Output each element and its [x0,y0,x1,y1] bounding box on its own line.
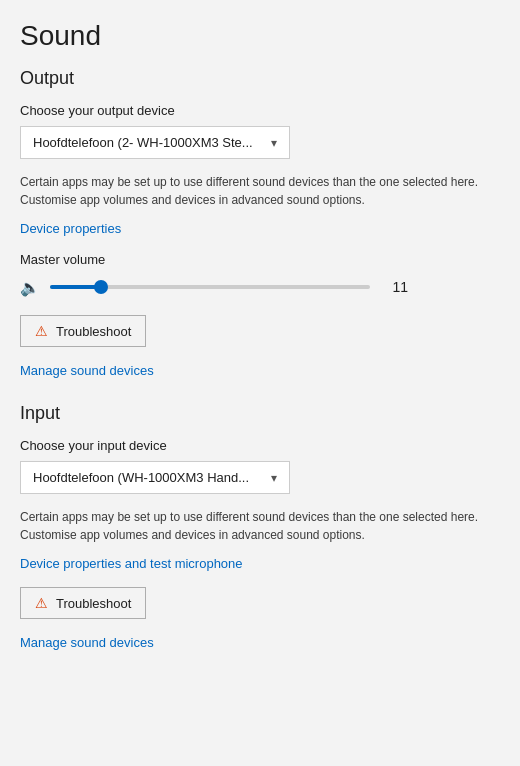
speaker-icon: 🔈 [20,278,40,297]
volume-value: 11 [380,279,408,295]
input-device-label: Choose your input device [20,438,500,453]
output-manage-devices-link[interactable]: Manage sound devices [20,363,154,378]
output-description: Certain apps may be set up to use differ… [20,173,490,209]
warning-icon: ⚠ [35,323,48,339]
output-device-dropdown[interactable]: Hoofdtelefoon (2- WH-1000XM3 Ste... ▾ [20,126,290,159]
master-volume-label: Master volume [20,252,500,267]
output-section-title: Output [20,68,500,89]
volume-slider[interactable] [50,277,370,297]
slider-thumb[interactable] [94,280,108,294]
input-section: Input Choose your input device Hoofdtele… [20,403,500,651]
warning-icon: ⚠ [35,595,48,611]
input-device-properties-link[interactable]: Device properties and test microphone [20,556,243,571]
chevron-down-icon: ▾ [271,471,277,485]
output-section: Output Choose your output device Hoofdte… [20,68,500,379]
output-troubleshoot-button[interactable]: ⚠ Troubleshoot [20,315,146,347]
output-device-label: Choose your output device [20,103,500,118]
input-section-title: Input [20,403,500,424]
chevron-down-icon: ▾ [271,136,277,150]
output-device-properties-link[interactable]: Device properties [20,221,121,236]
volume-row: 🔈 11 [20,277,500,297]
page-title: Sound [20,20,500,52]
output-troubleshoot-label: Troubleshoot [56,324,131,339]
slider-track [50,285,370,289]
input-device-value: Hoofdtelefoon (WH-1000XM3 Hand... [33,470,249,485]
input-manage-devices-link[interactable]: Manage sound devices [20,635,154,650]
input-troubleshoot-button[interactable]: ⚠ Troubleshoot [20,587,146,619]
output-device-value: Hoofdtelefoon (2- WH-1000XM3 Ste... [33,135,253,150]
input-description: Certain apps may be set up to use differ… [20,508,490,544]
input-troubleshoot-label: Troubleshoot [56,596,131,611]
input-device-dropdown[interactable]: Hoofdtelefoon (WH-1000XM3 Hand... ▾ [20,461,290,494]
